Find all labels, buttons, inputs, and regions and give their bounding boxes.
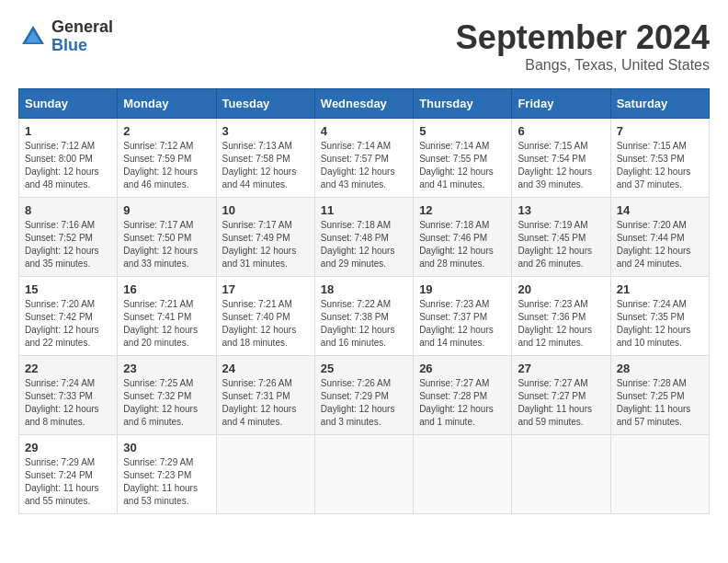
day-info: Sunrise: 7:21 AM Sunset: 7:40 PM Dayligh… (222, 298, 309, 350)
day-info: Sunrise: 7:23 AM Sunset: 7:37 PM Dayligh… (419, 298, 506, 350)
day-number: 14 (617, 203, 703, 217)
day-number: 27 (518, 362, 604, 375)
header: General Blue September 2024 Bangs, Texas… (18, 18, 710, 74)
day-number: 15 (25, 282, 111, 296)
day-info: Sunrise: 7:16 AM Sunset: 7:52 PM Dayligh… (25, 219, 111, 270)
table-cell: 1 Sunrise: 7:12 AM Sunset: 8:00 PM Dayli… (19, 119, 118, 198)
calendar-header-row: Sunday Monday Tuesday Wednesday Thursday… (19, 89, 710, 119)
day-info: Sunrise: 7:18 AM Sunset: 7:46 PM Dayligh… (419, 219, 506, 270)
col-saturday: Saturday (610, 89, 709, 119)
table-cell: 3 Sunrise: 7:13 AM Sunset: 7:58 PM Dayli… (216, 119, 314, 198)
day-info: Sunrise: 7:27 AM Sunset: 7:28 PM Dayligh… (419, 377, 506, 429)
table-cell: 27 Sunrise: 7:27 AM Sunset: 7:27 PM Dayl… (512, 356, 610, 435)
table-cell: 26 Sunrise: 7:27 AM Sunset: 7:28 PM Dayl… (414, 356, 512, 435)
col-tuesday: Tuesday (216, 89, 314, 119)
calendar-week-5: 29 Sunrise: 7:29 AM Sunset: 7:24 PM Dayl… (19, 435, 710, 514)
table-cell: 6 Sunrise: 7:15 AM Sunset: 7:54 PM Dayli… (512, 119, 610, 198)
table-cell: 10 Sunrise: 7:17 AM Sunset: 7:49 PM Dayl… (216, 198, 314, 277)
col-sunday: Sunday (19, 89, 118, 119)
table-cell: 29 Sunrise: 7:29 AM Sunset: 7:24 PM Dayl… (19, 435, 118, 514)
day-number: 5 (419, 124, 506, 138)
day-number: 22 (25, 362, 111, 375)
table-cell: 19 Sunrise: 7:23 AM Sunset: 7:37 PM Dayl… (414, 277, 512, 356)
table-cell: 28 Sunrise: 7:28 AM Sunset: 7:25 PM Dayl… (610, 356, 709, 435)
calendar-table: Sunday Monday Tuesday Wednesday Thursday… (18, 88, 710, 514)
table-cell (610, 435, 709, 514)
day-info: Sunrise: 7:15 AM Sunset: 7:54 PM Dayligh… (518, 140, 604, 191)
day-number: 13 (518, 203, 604, 217)
day-info: Sunrise: 7:24 AM Sunset: 7:35 PM Dayligh… (617, 298, 703, 350)
day-info: Sunrise: 7:19 AM Sunset: 7:45 PM Dayligh… (518, 219, 604, 270)
day-info: Sunrise: 7:14 AM Sunset: 7:57 PM Dayligh… (321, 140, 407, 191)
table-cell: 12 Sunrise: 7:18 AM Sunset: 7:46 PM Dayl… (414, 198, 512, 277)
day-info: Sunrise: 7:21 AM Sunset: 7:41 PM Dayligh… (123, 298, 210, 350)
day-info: Sunrise: 7:26 AM Sunset: 7:29 PM Dayligh… (321, 377, 407, 429)
day-number: 9 (123, 203, 210, 217)
day-number: 17 (222, 282, 309, 296)
day-number: 10 (222, 203, 309, 217)
table-cell: 15 Sunrise: 7:20 AM Sunset: 7:42 PM Dayl… (19, 277, 118, 356)
table-cell: 13 Sunrise: 7:19 AM Sunset: 7:45 PM Dayl… (512, 198, 610, 277)
day-number: 6 (518, 124, 604, 138)
day-number: 30 (123, 441, 210, 454)
day-info: Sunrise: 7:15 AM Sunset: 7:53 PM Dayligh… (617, 140, 703, 191)
table-cell: 21 Sunrise: 7:24 AM Sunset: 7:35 PM Dayl… (610, 277, 709, 356)
table-cell: 30 Sunrise: 7:29 AM Sunset: 7:23 PM Dayl… (118, 435, 216, 514)
logo-general-text: General (51, 18, 113, 37)
table-cell: 14 Sunrise: 7:20 AM Sunset: 7:44 PM Dayl… (610, 198, 709, 277)
day-number: 23 (123, 362, 210, 375)
day-info: Sunrise: 7:12 AM Sunset: 7:59 PM Dayligh… (123, 140, 210, 191)
col-monday: Monday (118, 89, 216, 119)
day-info: Sunrise: 7:22 AM Sunset: 7:38 PM Dayligh… (321, 298, 407, 350)
calendar-week-2: 8 Sunrise: 7:16 AM Sunset: 7:52 PM Dayli… (19, 198, 710, 277)
table-cell: 22 Sunrise: 7:24 AM Sunset: 7:33 PM Dayl… (19, 356, 118, 435)
day-number: 28 (617, 362, 703, 375)
table-cell (314, 435, 413, 514)
table-cell: 11 Sunrise: 7:18 AM Sunset: 7:48 PM Dayl… (314, 198, 413, 277)
day-number: 25 (321, 362, 407, 375)
day-info: Sunrise: 7:26 AM Sunset: 7:31 PM Dayligh… (222, 377, 309, 429)
day-number: 12 (419, 203, 506, 217)
day-info: Sunrise: 7:29 AM Sunset: 7:23 PM Dayligh… (123, 456, 210, 508)
table-cell: 23 Sunrise: 7:25 AM Sunset: 7:32 PM Dayl… (118, 356, 216, 435)
day-info: Sunrise: 7:24 AM Sunset: 7:33 PM Dayligh… (25, 377, 111, 429)
day-number: 16 (123, 282, 210, 296)
calendar-week-1: 1 Sunrise: 7:12 AM Sunset: 8:00 PM Dayli… (19, 119, 710, 198)
table-cell: 20 Sunrise: 7:23 AM Sunset: 7:36 PM Dayl… (512, 277, 610, 356)
day-number: 1 (25, 124, 111, 138)
table-cell (216, 435, 314, 514)
table-cell: 24 Sunrise: 7:26 AM Sunset: 7:31 PM Dayl… (216, 356, 314, 435)
day-info: Sunrise: 7:29 AM Sunset: 7:24 PM Dayligh… (25, 456, 111, 508)
day-number: 18 (321, 282, 407, 296)
table-cell (414, 435, 512, 514)
day-number: 20 (518, 282, 604, 296)
day-info: Sunrise: 7:18 AM Sunset: 7:48 PM Dayligh… (321, 219, 407, 270)
col-wednesday: Wednesday (314, 89, 413, 119)
day-info: Sunrise: 7:12 AM Sunset: 8:00 PM Dayligh… (25, 140, 111, 191)
logo-text: General Blue (51, 18, 113, 55)
calendar-week-3: 15 Sunrise: 7:20 AM Sunset: 7:42 PM Dayl… (19, 277, 710, 356)
day-info: Sunrise: 7:20 AM Sunset: 7:44 PM Dayligh… (617, 219, 703, 270)
table-cell: 7 Sunrise: 7:15 AM Sunset: 7:53 PM Dayli… (610, 119, 709, 198)
day-info: Sunrise: 7:27 AM Sunset: 7:27 PM Dayligh… (518, 377, 604, 429)
day-number: 7 (617, 124, 703, 138)
col-friday: Friday (512, 89, 610, 119)
day-number: 29 (25, 441, 111, 454)
day-info: Sunrise: 7:13 AM Sunset: 7:58 PM Dayligh… (222, 140, 309, 191)
logo: General Blue (18, 18, 113, 55)
table-cell: 8 Sunrise: 7:16 AM Sunset: 7:52 PM Dayli… (19, 198, 118, 277)
calendar-week-4: 22 Sunrise: 7:24 AM Sunset: 7:33 PM Dayl… (19, 356, 710, 435)
logo-icon (18, 22, 48, 52)
day-info: Sunrise: 7:17 AM Sunset: 7:50 PM Dayligh… (123, 219, 210, 270)
day-number: 11 (321, 203, 407, 217)
table-cell: 16 Sunrise: 7:21 AM Sunset: 7:41 PM Dayl… (118, 277, 216, 356)
table-cell: 18 Sunrise: 7:22 AM Sunset: 7:38 PM Dayl… (314, 277, 413, 356)
title-area: September 2024 Bangs, Texas, United Stat… (456, 18, 710, 74)
table-cell: 2 Sunrise: 7:12 AM Sunset: 7:59 PM Dayli… (118, 119, 216, 198)
day-info: Sunrise: 7:23 AM Sunset: 7:36 PM Dayligh… (518, 298, 604, 350)
day-info: Sunrise: 7:17 AM Sunset: 7:49 PM Dayligh… (222, 219, 309, 270)
day-number: 2 (123, 124, 210, 138)
table-cell: 5 Sunrise: 7:14 AM Sunset: 7:55 PM Dayli… (414, 119, 512, 198)
day-number: 8 (25, 203, 111, 217)
day-number: 21 (617, 282, 703, 296)
